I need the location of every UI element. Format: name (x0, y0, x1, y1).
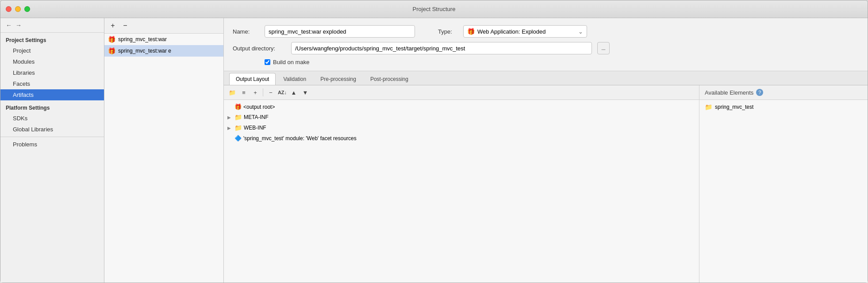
maximize-button[interactable] (24, 6, 30, 12)
output-root-icon: 🎁 (234, 103, 242, 110)
list-item[interactable]: 🎁 spring_mvc_test:war e (104, 45, 223, 57)
tab-post-processing[interactable]: Post-processing (364, 73, 415, 85)
tab-output-layout[interactable]: Output Layout (229, 73, 276, 85)
sort-az-btn[interactable]: AZ↓ (277, 88, 287, 97)
sidebar-item-sdks[interactable]: SDKs (0, 113, 104, 124)
available-elements-list: 📁 spring_mvc_test (699, 100, 868, 283)
available-item-label: spring_mvc_test (715, 104, 753, 110)
artifact-name: spring_mvc_test:war e (118, 48, 171, 54)
artifact-icon: 🎁 (108, 36, 115, 43)
type-value: Web Application: Exploded (477, 28, 545, 35)
remove-btn[interactable]: − (266, 88, 276, 97)
window-title: Project Structure (413, 6, 456, 12)
close-button[interactable] (6, 6, 12, 12)
meta-inf-label: META-INF (244, 114, 269, 120)
available-elements-panel: Available Elements ? 📁 spring_mvc_test (699, 85, 868, 283)
detail-header: Name: Type: 🎁 Web Application: Exploded … (224, 18, 868, 71)
layout-tree: 🎁 <output root> ▶ 📁 META-INF ▶ 📁 WEB-INF (224, 100, 699, 283)
folder-icon: 📁 (705, 103, 712, 111)
move-up-btn[interactable]: ▲ (289, 88, 299, 97)
tree-item[interactable]: 🎁 <output root> (224, 102, 699, 112)
folder-icon-btn[interactable]: 📁 (227, 88, 237, 97)
detail-panel: Name: Type: 🎁 Web Application: Exploded … (224, 18, 868, 283)
tree-item[interactable]: ▶ 📁 WEB-INF (224, 122, 699, 133)
module-label: 'spring_mvc_test' module: 'Web' facet re… (243, 135, 357, 142)
tabs-bar: Output Layout Validation Pre-processing … (224, 71, 868, 85)
available-elements-label: Available Elements (705, 89, 753, 96)
meta-inf-icon: 📁 (234, 114, 242, 121)
artifact-name: spring_mvc_test:war (118, 36, 167, 42)
sidebar-divider (0, 137, 104, 137)
help-icon[interactable]: ? (756, 89, 763, 96)
list-item[interactable]: 🎁 spring_mvc_test:war (104, 34, 223, 45)
browse-button[interactable]: ... (597, 42, 610, 54)
remove-artifact-button[interactable]: − (120, 21, 130, 31)
name-type-row: Name: Type: 🎁 Web Application: Exploded … (233, 25, 859, 38)
module-icon: 🔷 (234, 135, 242, 142)
build-on-make-row: Build on make (265, 59, 859, 65)
available-elements-header: Available Elements ? (699, 85, 868, 100)
chevron-down-icon: ⌄ (578, 28, 583, 35)
sidebar-item-problems[interactable]: Problems (0, 139, 104, 150)
name-label: Name: (233, 28, 259, 35)
tab-validation[interactable]: Validation (277, 73, 313, 85)
tree-item[interactable]: ▶ 📁 META-INF (224, 112, 699, 122)
project-settings-label: Project Settings (0, 33, 104, 45)
artifact-list: 🎁 spring_mvc_test:war 🎁 spring_mvc_test:… (104, 34, 223, 283)
forward-arrow[interactable]: → (15, 22, 22, 29)
sidebar-item-libraries[interactable]: Libraries (0, 67, 104, 78)
output-root-label: <output root> (243, 104, 275, 110)
tree-arrow: ▶ (227, 115, 233, 120)
artifact-icon: 🎁 (108, 47, 115, 54)
toolbar-separator (263, 88, 263, 96)
add-artifact-button[interactable]: + (108, 21, 118, 31)
platform-settings-label: Platform Settings (0, 100, 104, 113)
output-dir-input[interactable] (291, 42, 592, 54)
type-label: Type: (438, 28, 458, 35)
sidebar-item-artifacts[interactable]: Artifacts (0, 89, 104, 100)
sidebar-item-modules[interactable]: Modules (0, 56, 104, 67)
web-inf-label: WEB-INF (244, 125, 266, 131)
move-down-btn[interactable]: ▼ (300, 88, 310, 97)
artifact-panel: + − 🎁 spring_mvc_test:war 🎁 spring_mvc_t… (104, 18, 224, 283)
type-icon: 🎁 (467, 28, 475, 35)
nav-arrows: ← → (0, 18, 104, 33)
titlebar: Project Structure (0, 0, 868, 18)
main-content: ← → Project Settings Project Modules Lib… (0, 18, 868, 283)
output-dir-row: Output directory: ... (233, 42, 859, 54)
name-input[interactable] (265, 25, 415, 38)
tree-item[interactable]: 🔷 'spring_mvc_test' module: 'Web' facet … (224, 133, 699, 143)
output-dir-label: Output directory: (233, 45, 286, 52)
sidebar-item-facets[interactable]: Facets (0, 78, 104, 89)
build-on-make-label: Build on make (273, 59, 309, 65)
sidebar: ← → Project Settings Project Modules Lib… (0, 18, 104, 283)
web-inf-icon: 📁 (234, 124, 242, 131)
type-select[interactable]: 🎁 Web Application: Exploded ⌄ (463, 25, 587, 38)
main-window: Project Structure ← → Project Settings P… (0, 0, 868, 283)
layout-toolbar: 📁 ≡ + − AZ↓ ▲ ▼ (224, 85, 699, 100)
window-controls (6, 6, 30, 12)
build-on-make-checkbox[interactable] (265, 59, 270, 65)
minimize-button[interactable] (15, 6, 21, 12)
output-layout-content: 📁 ≡ + − AZ↓ ▲ ▼ 🎁 <output root> (224, 85, 868, 283)
add-btn[interactable]: + (250, 88, 260, 97)
list-item[interactable]: 📁 spring_mvc_test (699, 102, 868, 112)
sidebar-item-project[interactable]: Project (0, 45, 104, 56)
sidebar-item-global-libraries[interactable]: Global Libraries (0, 124, 104, 135)
tree-arrow: ▶ (227, 126, 233, 130)
tab-pre-processing[interactable]: Pre-processing (314, 73, 363, 85)
artifact-toolbar: + − (104, 18, 223, 34)
bars-icon-btn[interactable]: ≡ (239, 88, 249, 97)
back-arrow[interactable]: ← (6, 22, 12, 29)
layout-left: 📁 ≡ + − AZ↓ ▲ ▼ 🎁 <output root> (224, 85, 699, 283)
